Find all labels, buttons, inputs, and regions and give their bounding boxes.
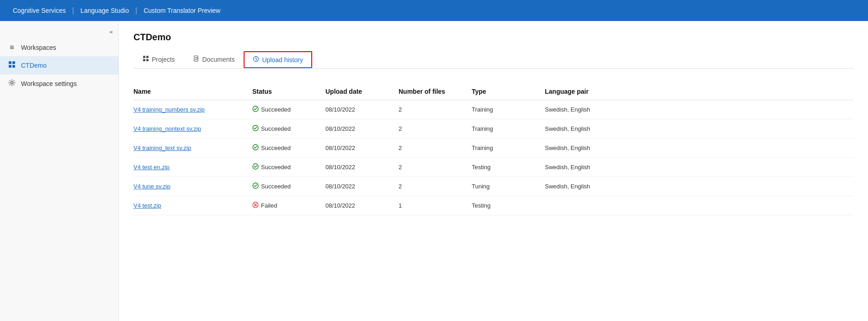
status-text: Succeeded — [261, 144, 291, 151]
status-success-icon — [252, 163, 259, 171]
tab-documents-label: Documents — [202, 56, 235, 63]
tabs-bar: Projects Documents — [133, 51, 853, 69]
upload-history-tab-icon — [253, 56, 259, 64]
sidebar-item-workspace-settings[interactable]: Workspace settings — [0, 75, 118, 93]
num-files-cell: 2 — [399, 119, 472, 139]
tab-documents[interactable]: Documents — [184, 51, 244, 69]
main-content: CTDemo Projects — [119, 21, 868, 321]
num-files-cell: 2 — [399, 177, 472, 196]
type-cell: Tuning — [472, 177, 545, 196]
num-files-cell: 2 — [399, 158, 472, 177]
status-cell: Succeeded — [252, 125, 318, 133]
upload-date-cell: 08/10/2022 — [325, 100, 399, 119]
type-cell: Testing — [472, 158, 545, 177]
upload-date-cell: 08/10/2022 — [325, 119, 399, 139]
num-files-cell: 1 — [399, 196, 472, 215]
svg-point-4 — [11, 82, 13, 84]
status-text: Succeeded — [261, 106, 291, 113]
status-cell: Succeeded — [252, 144, 318, 152]
table-row: V4 training_nontext sv.zipSucceeded08/10… — [133, 119, 853, 139]
svg-rect-6 — [146, 56, 149, 58]
sidebar-item-ctdemo-label: CTDemo — [21, 62, 47, 69]
page-title: CTDemo — [133, 32, 853, 43]
num-files-cell: 2 — [399, 139, 472, 158]
status-text: Succeeded — [261, 125, 291, 132]
sidebar-item-ctdemo[interactable]: CTDemo — [0, 56, 118, 75]
file-name-link[interactable]: V4 test en.zip — [133, 164, 170, 171]
file-name-link[interactable]: V4 training_nontext sv.zip — [133, 125, 201, 132]
sidebar-item-workspaces-label: Workspaces — [21, 44, 56, 51]
tab-projects-label: Projects — [152, 56, 175, 63]
nav-cognitive-services[interactable]: Cognitive Services — [7, 7, 71, 14]
tab-projects[interactable]: Projects — [133, 51, 184, 69]
status-cell: Failed — [252, 202, 318, 209]
upload-date-cell: 08/10/2022 — [325, 177, 399, 196]
type-cell: Training — [472, 119, 545, 139]
table-header-row: Name Status Upload date Number of files … — [133, 83, 853, 100]
nav-custom-translator[interactable]: Custom Translator Preview — [138, 7, 226, 14]
status-text: Succeeded — [261, 183, 291, 190]
upload-date-cell: 08/10/2022 — [325, 158, 399, 177]
ctdemo-icon — [7, 61, 16, 70]
status-cell: Succeeded — [252, 182, 318, 190]
svg-rect-8 — [146, 59, 149, 61]
col-header-date: Upload date — [325, 83, 399, 100]
documents-tab-icon — [193, 55, 200, 63]
type-cell: Training — [472, 100, 545, 119]
col-header-files: Number of files — [399, 83, 472, 100]
status-success-icon — [252, 106, 259, 113]
sidebar-item-workspaces[interactable]: ≡ Workspaces — [0, 39, 118, 56]
status-success-icon — [252, 125, 259, 133]
svg-rect-3 — [12, 65, 15, 68]
workspace-settings-icon — [7, 79, 16, 88]
sidebar-collapse-button[interactable]: « — [0, 25, 118, 39]
num-files-cell: 2 — [399, 100, 472, 119]
status-cell: Succeeded — [252, 163, 318, 171]
svg-rect-7 — [143, 59, 145, 61]
svg-rect-1 — [12, 61, 15, 64]
svg-rect-0 — [9, 61, 11, 64]
status-success-icon — [252, 144, 259, 152]
svg-rect-5 — [143, 56, 145, 58]
language-pair-cell — [545, 196, 853, 215]
col-header-status: Status — [252, 83, 325, 100]
tab-upload-history-label: Upload history — [262, 56, 303, 64]
upload-history-table: Name Status Upload date Number of files … — [133, 83, 853, 215]
svg-rect-2 — [9, 65, 11, 68]
upload-date-cell: 08/10/2022 — [325, 196, 399, 215]
table-row: V4 training_numbers sv.zipSucceeded08/10… — [133, 100, 853, 119]
tab-upload-history[interactable]: Upload history — [244, 51, 312, 68]
nav-sep-2: | — [134, 6, 138, 15]
type-cell: Testing — [472, 196, 545, 215]
projects-tab-icon — [143, 55, 149, 63]
top-nav: Cognitive Services | Language Studio | C… — [0, 0, 868, 21]
type-cell: Training — [472, 139, 545, 158]
col-header-lang: Language pair — [545, 83, 853, 100]
language-pair-cell: Swedish, English — [545, 139, 853, 158]
file-name-link[interactable]: V4 training_text sv.zip — [133, 144, 191, 151]
nav-sep-1: | — [71, 6, 75, 15]
language-pair-cell: Swedish, English — [545, 158, 853, 177]
workspaces-icon: ≡ — [7, 43, 16, 52]
table-row: V4 training_text sv.zipSucceeded08/10/20… — [133, 139, 853, 158]
sidebar-item-workspace-settings-label: Workspace settings — [21, 80, 77, 87]
language-pair-cell: Swedish, English — [545, 119, 853, 139]
status-cell: Succeeded — [252, 106, 318, 113]
file-name-link[interactable]: V4 test.zip — [133, 202, 161, 209]
layout: « ≡ Workspaces CTDemo — [0, 21, 868, 321]
status-failed-icon — [252, 202, 259, 209]
upload-date-cell: 08/10/2022 — [325, 139, 399, 158]
file-name-link[interactable]: V4 tune sv.zip — [133, 183, 170, 190]
status-success-icon — [252, 182, 259, 190]
table-row: V4 test.zipFailed08/10/20221Testing — [133, 196, 853, 215]
col-header-type: Type — [472, 83, 545, 100]
table-row: V4 test en.zipSucceeded08/10/20222Testin… — [133, 158, 853, 177]
file-name-link[interactable]: V4 training_numbers sv.zip — [133, 106, 205, 113]
col-header-name: Name — [133, 83, 252, 100]
nav-language-studio[interactable]: Language Studio — [75, 7, 134, 14]
table-row: V4 tune sv.zipSucceeded08/10/20222Tuning… — [133, 177, 853, 196]
status-text: Succeeded — [261, 164, 291, 171]
language-pair-cell: Swedish, English — [545, 177, 853, 196]
language-pair-cell: Swedish, English — [545, 100, 853, 119]
status-text: Failed — [261, 202, 277, 209]
